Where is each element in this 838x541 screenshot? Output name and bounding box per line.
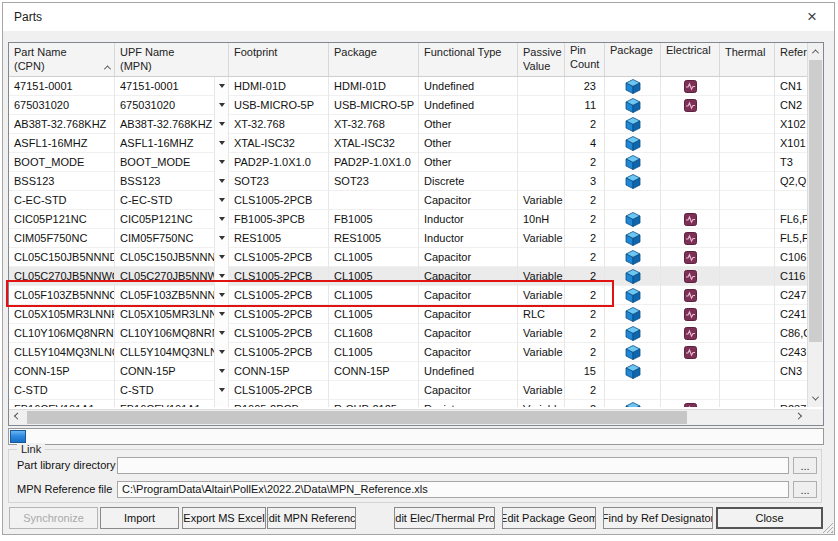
mpn-dropdown-button[interactable]: [215, 362, 229, 381]
column-header-upf-name[interactable]: UPF Name (MPN): [115, 43, 229, 76]
table-row[interactable]: BSS123 BSS123 SOT23 SOT23 Discrete 3 Q2,…: [9, 172, 807, 191]
part-library-directory-field[interactable]: [117, 457, 789, 474]
mpn-dropdown-button[interactable]: [215, 305, 229, 324]
electrical-property-icon[interactable]: [684, 80, 697, 93]
column-header-package-icons[interactable]: Package: [605, 43, 661, 76]
browse-mpn-reference-button[interactable]: ...: [793, 481, 817, 498]
table-row[interactable]: C-STD C-STD CLS1005-2PCB Capacitor Varia…: [9, 381, 807, 400]
position-slider[interactable]: [8, 428, 824, 445]
scroll-right-button[interactable]: [790, 410, 807, 425]
column-header-passive-value[interactable]: Passive Value: [518, 43, 565, 76]
scroll-left-button[interactable]: [9, 410, 26, 425]
table-row[interactable]: 675031020 675031020 USB-MICRO-5P USB-MIC…: [9, 96, 807, 115]
mpn-dropdown-button[interactable]: [215, 191, 229, 210]
table-row[interactable]: CLL5Y104MQ3NLNC CLL5Y104MQ3NLNC CLS1005-…: [9, 343, 807, 362]
electrical-property-icon[interactable]: [684, 232, 697, 245]
mpn-dropdown-button[interactable]: [215, 381, 229, 400]
mpn-dropdown-button[interactable]: [215, 210, 229, 229]
browse-part-library-button[interactable]: ...: [793, 457, 817, 474]
mpn-dropdown-button[interactable]: [215, 343, 229, 362]
table-row[interactable]: AB38T-32.768KHZ AB38T-32.768KHZ XT-32.76…: [9, 115, 807, 134]
package-cube-icon[interactable]: [625, 250, 641, 265]
mpn-dropdown-button[interactable]: [215, 115, 229, 134]
mpn-dropdown-button[interactable]: [215, 248, 229, 267]
package-cube-icon[interactable]: [625, 269, 641, 284]
table-row[interactable]: CONN-15P CONN-15P CONN-15P CONN-15P Unde…: [9, 362, 807, 381]
electrical-property-icon[interactable]: [684, 213, 697, 226]
synchronize-button[interactable]: Synchronize: [9, 507, 98, 529]
package-cube-icon[interactable]: [625, 117, 641, 132]
horizontal-scroll-thumb[interactable]: [27, 411, 687, 424]
export-ms-excel-button[interactable]: Export MS Excel: [182, 507, 266, 529]
table-row[interactable]: BOOT_MODE BOOT_MODE PAD2P-1.0X1.0 PAD2P-…: [9, 153, 807, 172]
resize-grip-icon[interactable]: [822, 522, 833, 533]
package-cube-icon[interactable]: [625, 98, 641, 113]
electrical-property-icon[interactable]: [684, 251, 697, 264]
edit-elec-thermal-prop-button[interactable]: Edit Elec/Thermal Prop: [394, 507, 495, 529]
table-row[interactable]: CL05X105MR3LNNH CL05X105MR3LNNH CLS1005-…: [9, 305, 807, 324]
vertical-scrollbar[interactable]: [807, 43, 823, 407]
mpn-dropdown-button[interactable]: [215, 400, 229, 408]
close-icon[interactable]: ×: [800, 5, 824, 29]
table-row[interactable]: CL05C150JB5NNND CL05C150JB5NNND CLS1005-…: [9, 248, 807, 267]
package-cube-icon[interactable]: [625, 307, 641, 322]
table-row[interactable]: ASFL1-16MHZ ASFL1-16MHZ XTAL-ISC32 XTAL-…: [9, 134, 807, 153]
mpn-dropdown-button[interactable]: [215, 96, 229, 115]
package-cube-icon[interactable]: [625, 174, 641, 189]
column-header-footprint[interactable]: Footprint: [229, 43, 329, 76]
table-row[interactable]: FB16CEV101A1 FB16CEV101A1 R1005-2PCB R-C…: [9, 400, 807, 407]
mpn-dropdown-button[interactable]: [215, 286, 229, 305]
mpn-dropdown-button[interactable]: [215, 267, 229, 286]
package-cube-icon[interactable]: [625, 364, 641, 379]
package-cube-icon[interactable]: [625, 326, 641, 341]
package-cube-icon[interactable]: [625, 136, 641, 151]
mpn-dropdown-button[interactable]: [215, 172, 229, 191]
column-header-part-name[interactable]: Part Name (CPN): [9, 43, 115, 76]
mpn-dropdown-button[interactable]: [215, 134, 229, 153]
electrical-property-icon[interactable]: [684, 289, 697, 302]
table-row[interactable]: 47151-0001 47151-0001 HDMI-01D HDMI-01D …: [9, 77, 807, 96]
package-cube-icon[interactable]: [625, 345, 641, 360]
column-header-package[interactable]: Package: [329, 43, 419, 76]
column-header-reference[interactable]: Referen: [775, 43, 807, 76]
package-cube-icon[interactable]: [625, 402, 641, 408]
cell-footprint: CLS1005-2PCB: [229, 191, 329, 210]
column-header-functional-type[interactable]: Functional Type: [419, 43, 518, 76]
mpn-dropdown-button[interactable]: [215, 77, 229, 96]
find-by-ref-designator-button[interactable]: Find by Ref Designator: [603, 507, 713, 529]
electrical-property-icon[interactable]: [684, 327, 697, 340]
package-cube-icon[interactable]: [625, 288, 641, 303]
package-cube-icon[interactable]: [625, 155, 641, 170]
mpn-dropdown-button[interactable]: [215, 153, 229, 172]
import-button[interactable]: Import: [100, 507, 179, 529]
electrical-property-icon[interactable]: [684, 403, 697, 408]
electrical-property-icon[interactable]: [684, 270, 697, 283]
column-header-electrical[interactable]: Electrical: [661, 43, 720, 76]
electrical-property-icon[interactable]: [684, 308, 697, 321]
table-row[interactable]: CL05C270JB5NNWC CL05C270JB5NNWC CLS1005-…: [9, 267, 807, 286]
table-row[interactable]: CL10Y106MQ8NRNC CL10Y106MQ8NRNC CLS1005-…: [9, 324, 807, 343]
close-button[interactable]: Close: [716, 507, 823, 529]
table-row[interactable]: CIM05F750NC CIM05F750NC RES1005 RES1005 …: [9, 229, 807, 248]
column-header-pin-count[interactable]: Pin Count: [565, 43, 605, 76]
package-cube-icon[interactable]: [625, 79, 641, 94]
cell-functional-type: Other: [419, 115, 518, 134]
vertical-scroll-thumb[interactable]: [809, 60, 822, 342]
scroll-down-button[interactable]: [808, 390, 823, 407]
electrical-property-icon[interactable]: [684, 346, 697, 359]
mpn-dropdown-button[interactable]: [215, 229, 229, 248]
mpn-dropdown-button[interactable]: [215, 324, 229, 343]
horizontal-scrollbar[interactable]: [9, 409, 807, 425]
table-row[interactable]: CIC05P121NC CIC05P121NC FB1005-3PCB FB10…: [9, 210, 807, 229]
edit-package-geom-button[interactable]: Edit Package Geom: [502, 507, 596, 529]
mpn-reference-file-field[interactable]: C:\ProgramData\Altair\PollEx\2022.2\Data…: [117, 481, 789, 498]
package-cube-icon[interactable]: [625, 231, 641, 246]
position-slider-thumb[interactable]: [10, 430, 26, 443]
table-row[interactable]: C-EC-STD C-EC-STD CLS1005-2PCB Capacitor…: [9, 191, 807, 210]
table-row[interactable]: CL05F103ZB5NNNC CL05F103ZB5NNNC CLS1005-…: [9, 286, 807, 305]
electrical-property-icon[interactable]: [684, 99, 697, 112]
scroll-up-button[interactable]: [808, 43, 823, 60]
edit-mpn-reference-button[interactable]: Edit MPN Reference: [267, 507, 356, 529]
column-header-thermal[interactable]: Thermal: [720, 43, 775, 76]
package-cube-icon[interactable]: [625, 212, 641, 227]
